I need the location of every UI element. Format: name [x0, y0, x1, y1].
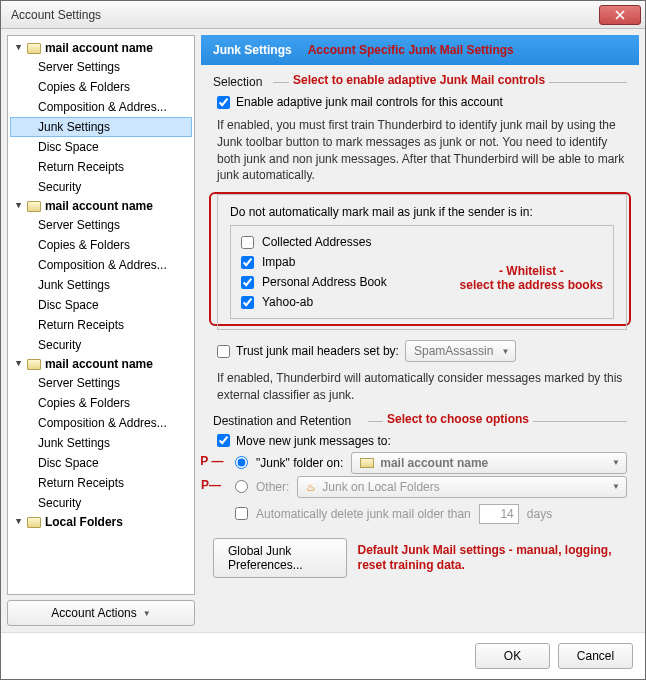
- tree-item[interactable]: Disc Space: [10, 137, 192, 157]
- chevron-down-icon: ▼: [612, 482, 620, 491]
- other-folder-radio[interactable]: [235, 480, 248, 493]
- global-junk-prefs-button[interactable]: Global Junk Preferences...: [213, 538, 347, 578]
- adaptive-description: If enabled, you must first train Thunder…: [217, 117, 627, 184]
- enable-adaptive-checkbox[interactable]: [217, 96, 230, 109]
- envelope-icon: [27, 201, 41, 212]
- annotation-selection: Select to enable adaptive Junk Mail cont…: [289, 73, 549, 87]
- annotation-pop: POP —: [201, 454, 223, 468]
- window-title: Account Settings: [11, 8, 599, 22]
- junk-folder-label: "Junk" folder on:: [256, 456, 343, 470]
- titlebar: Account Settings: [1, 1, 645, 29]
- sidebar: ▲mail account nameServer SettingsCopies …: [7, 35, 195, 626]
- move-junk-row[interactable]: Move new junk messages to:: [217, 434, 627, 448]
- dialog-body: ▲mail account nameServer SettingsCopies …: [1, 29, 645, 632]
- auto-delete-row[interactable]: Automatically delete junk mail older tha…: [235, 504, 627, 524]
- annotation-header: Account Specific Junk Mail Settings: [308, 43, 514, 57]
- ok-button[interactable]: OK: [475, 643, 550, 669]
- tree-item[interactable]: Security: [10, 335, 192, 355]
- account-name: mail account name: [45, 199, 153, 213]
- auto-delete-days-input[interactable]: [479, 504, 519, 524]
- tree-item[interactable]: Server Settings: [10, 215, 192, 235]
- junk-icon: [306, 480, 316, 494]
- tree-account-header[interactable]: ▲mail account name: [10, 39, 192, 57]
- close-button[interactable]: [599, 5, 641, 25]
- tree-item[interactable]: Junk Settings: [10, 275, 192, 295]
- tree-item[interactable]: Copies & Folders: [10, 393, 192, 413]
- other-folder-radio-row[interactable]: Other: Junk on Local Folders ▼: [235, 476, 627, 498]
- tree-item[interactable]: Security: [10, 493, 192, 513]
- content-pane: Junk Settings Account Specific Junk Mail…: [201, 35, 639, 626]
- account-settings-dialog: Account Settings ▲mail account nameServe…: [0, 0, 646, 680]
- tree-account-header[interactable]: ▲mail account name: [10, 355, 192, 373]
- move-junk-label: Move new junk messages to:: [236, 434, 391, 448]
- trust-headers-dropdown[interactable]: SpamAssassin ▼: [405, 340, 516, 362]
- whitelist-book-label: Impab: [262, 255, 295, 269]
- whitelist-book-row[interactable]: Collected Addresses: [239, 232, 605, 252]
- tree-item[interactable]: Copies & Folders: [10, 77, 192, 97]
- enable-adaptive-label: Enable adaptive junk mail controls for t…: [236, 95, 503, 109]
- account-name: mail account name: [45, 357, 153, 371]
- other-folder-dropdown[interactable]: Junk on Local Folders ▼: [297, 476, 627, 498]
- auto-delete-checkbox[interactable]: [235, 507, 248, 520]
- junk-folder-radio-row[interactable]: "Junk" folder on: mail account name ▼: [235, 452, 627, 474]
- auto-delete-label: Automatically delete junk mail older tha…: [256, 507, 471, 521]
- tree-item[interactable]: Return Receipts: [10, 473, 192, 493]
- tree-item[interactable]: Return Receipts: [10, 157, 192, 177]
- whitelist-book-label: Collected Addresses: [262, 235, 371, 249]
- dialog-footer: OK Cancel: [1, 632, 645, 679]
- tree-item[interactable]: Junk Settings: [10, 433, 192, 453]
- account-actions-label: Account Actions: [51, 606, 136, 620]
- junk-folder-dropdown[interactable]: mail account name ▼: [351, 452, 627, 474]
- tree-item[interactable]: Disc Space: [10, 295, 192, 315]
- account-tree[interactable]: ▲mail account nameServer SettingsCopies …: [7, 35, 195, 595]
- triangle-down-icon: ▲: [14, 517, 23, 527]
- whitelist-book-checkbox[interactable]: [241, 276, 254, 289]
- envelope-icon: [27, 517, 41, 528]
- whitelist-book-label: Personal Address Book: [262, 275, 387, 289]
- junk-folder-radio[interactable]: [235, 456, 248, 469]
- annotation-whitelist-title: - Whitelist -: [460, 264, 603, 278]
- triangle-down-icon: ▲: [14, 43, 23, 53]
- tree-item[interactable]: Composition & Addres...: [10, 255, 192, 275]
- cancel-button[interactable]: Cancel: [558, 643, 633, 669]
- account-name: mail account name: [45, 41, 153, 55]
- annotation-global: Default Junk Mail settings - manual, log…: [357, 543, 627, 572]
- account-actions-button[interactable]: Account Actions ▼: [7, 600, 195, 626]
- tree-item[interactable]: Composition & Addres...: [10, 97, 192, 117]
- selection-section-label: Selection Select to enable adaptive Junk…: [213, 75, 627, 89]
- chevron-down-icon: ▼: [501, 347, 509, 356]
- junk-settings-pane: Selection Select to enable adaptive Junk…: [201, 65, 639, 586]
- whitelist-book-checkbox[interactable]: [241, 296, 254, 309]
- whitelist-list: - Whitelist - select the address books C…: [230, 225, 614, 319]
- whitelist-book-row[interactable]: Yahoo-ab: [239, 292, 605, 312]
- tree-account-header[interactable]: ▲mail account name: [10, 197, 192, 215]
- tree-item[interactable]: Server Settings: [10, 373, 192, 393]
- move-junk-checkbox[interactable]: [217, 434, 230, 447]
- content-header: Junk Settings Account Specific Junk Mail…: [201, 35, 639, 65]
- tree-item[interactable]: Security: [10, 177, 192, 197]
- whitelist-book-checkbox[interactable]: [241, 236, 254, 249]
- content-title: Junk Settings: [213, 43, 292, 57]
- trust-headers-label: Trust junk mail headers set by:: [236, 344, 399, 358]
- tree-item[interactable]: Copies & Folders: [10, 235, 192, 255]
- trust-headers-row[interactable]: Trust junk mail headers set by: SpamAssa…: [217, 340, 627, 362]
- tree-item[interactable]: Composition & Addres...: [10, 413, 192, 433]
- whitelist-label: Do not automatically mark mail as junk i…: [230, 205, 533, 219]
- auto-delete-suffix: days: [527, 507, 552, 521]
- tree-item[interactable]: Return Receipts: [10, 315, 192, 335]
- envelope-icon: [27, 43, 41, 54]
- tree-item[interactable]: Server Settings: [10, 57, 192, 77]
- trust-headers-checkbox[interactable]: [217, 345, 230, 358]
- tree-account-header[interactable]: ▲Local Folders: [10, 513, 192, 531]
- whitelist-group: Do not automatically mark mail as junk i…: [217, 194, 627, 330]
- tree-item[interactable]: Disc Space: [10, 453, 192, 473]
- envelope-icon: [27, 359, 41, 370]
- annotation-whitelist-sub: select the address books: [460, 278, 603, 292]
- chevron-down-icon: ▼: [143, 609, 151, 618]
- tree-item[interactable]: Junk Settings: [10, 117, 192, 137]
- destination-section-label: Destination and Retention Select to choo…: [213, 414, 627, 428]
- annotation-imap: IMAP—: [201, 478, 221, 492]
- enable-adaptive-row[interactable]: Enable adaptive junk mail controls for t…: [217, 95, 627, 109]
- other-folder-label: Other:: [256, 480, 289, 494]
- whitelist-book-checkbox[interactable]: [241, 256, 254, 269]
